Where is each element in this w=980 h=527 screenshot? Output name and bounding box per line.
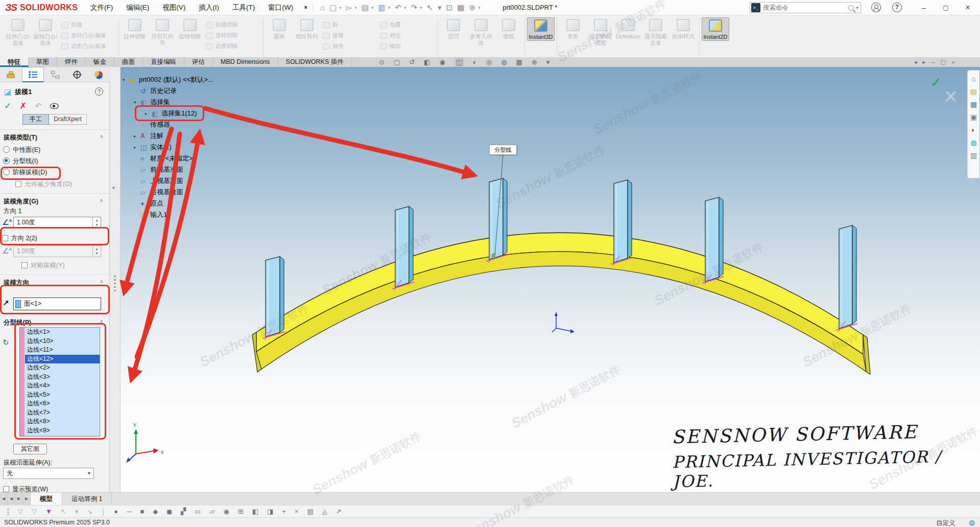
tab-property-manager[interactable] — [22, 67, 44, 82]
ribbon-tool[interactable]: 自由样式 — [670, 17, 697, 40]
model-tab[interactable]: 模型 — [31, 493, 62, 505]
tree-item[interactable]: ▱ 右视基准面 — [123, 187, 213, 198]
appearances-icon[interactable]: ◐ — [971, 126, 975, 134]
angle2-spinner[interactable]: ▴▾ — [92, 246, 101, 257]
section-parting-lines[interactable]: 分型线(P) — [4, 318, 31, 327]
ribbon-tool[interactable]: 圆角 — [266, 17, 293, 40]
menu-item[interactable]: 插入(I) — [193, 1, 225, 14]
task-pane-home-icon[interactable]: ⌂ — [971, 75, 975, 83]
parting-line-item[interactable]: 边线<4> — [25, 381, 100, 391]
ribbon-tool[interactable]: 异型孔向导 — [149, 17, 176, 46]
ribbon-tool[interactable] — [557, 18, 557, 55]
menu-item[interactable]: 文件(F) — [85, 1, 118, 14]
select-icon[interactable]: ↖ — [427, 3, 434, 12]
mate-filter-icon[interactable]: ↗ — [336, 508, 342, 515]
tree-item[interactable]: ▾ ◧ 选择集 — [123, 97, 213, 108]
ribbon-tool[interactable]: 拉伸凸台/基体 — [4, 17, 32, 46]
filter-toggle-icon[interactable]: ▽ — [18, 508, 23, 515]
undo-caret-icon[interactable]: ▾ — [404, 5, 407, 10]
home-icon[interactable]: ⌂ — [320, 3, 325, 12]
parting-line-item[interactable]: 边线<6> — [25, 399, 100, 408]
redo-icon[interactable]: ↷ — [411, 3, 417, 12]
radio-step-draft[interactable] — [3, 169, 10, 175]
parting-line-item[interactable]: 边线<3> — [25, 373, 100, 382]
scroll-left-icon[interactable]: ◂ — [914, 59, 917, 65]
tab-display-manager[interactable] — [88, 67, 110, 82]
confirm-ok-icon[interactable]: ✓ — [930, 75, 942, 90]
help-icon[interactable]: ? — [892, 3, 902, 12]
dynamic-annotation-icon[interactable]: ◉ — [439, 57, 445, 67]
next-tab-icon[interactable]: ▶ — [15, 493, 23, 505]
window-close-button[interactable]: × — [958, 0, 977, 15]
checkbox-show-preview[interactable] — [3, 486, 9, 492]
tree-item[interactable]: ◨ 输入1 — [123, 209, 213, 220]
dimension-filter-icon[interactable]: ◨ — [267, 508, 273, 515]
tree-item[interactable]: ▱ 上视基准面 — [123, 175, 213, 187]
rebuild-icon[interactable]: ⊡ — [446, 3, 453, 12]
tree-item[interactable]: ↺ 历史记录 — [123, 85, 213, 97]
tree-item[interactable]: ▸ ◫ 实体(1) — [123, 142, 213, 153]
file-properties-icon[interactable]: ▦ — [457, 3, 464, 12]
window-minimize-button[interactable]: – — [914, 0, 934, 15]
search-icon[interactable] — [848, 5, 854, 11]
lasso-select-icon[interactable]: ↘ — [87, 508, 92, 515]
ribbon-tool[interactable]: 线性阵列 — [293, 17, 321, 40]
expand-arrow-icon[interactable]: ▾ — [123, 77, 129, 82]
user-account-icon[interactable] — [871, 3, 881, 12]
tree-item[interactable]: ◔ 传感器 — [123, 119, 213, 130]
ribbon-tool[interactable]: 模型断裂视图 — [587, 17, 614, 46]
collapse-panel-icon[interactable]: ◂ — [112, 185, 114, 190]
tree-item[interactable]: ▱ 前视基准面 — [123, 164, 213, 175]
ribbon-tool[interactable] — [437, 18, 438, 55]
first-tab-icon[interactable]: ◀ — [0, 493, 8, 505]
ribbon-tool[interactable]: 参考几何体 — [467, 17, 495, 46]
preview-eye-icon[interactable] — [50, 103, 59, 109]
sketch-filter-icon[interactable]: ▱ — [209, 508, 214, 515]
toolbar-grip[interactable] — [7, 508, 9, 515]
command-tab[interactable]: 草图 — [29, 57, 57, 67]
confirm-cancel-icon[interactable]: × — [944, 84, 958, 108]
last-tab-icon[interactable]: ▶ — [23, 493, 31, 505]
new-file-caret-icon[interactable]: ▾ — [339, 5, 342, 10]
menu-item[interactable]: 视图(V) — [157, 1, 191, 14]
menu-item[interactable]: 编辑(E) — [121, 1, 155, 14]
parting-line-item[interactable]: 边线<1> — [25, 328, 100, 337]
save-icon[interactable]: ▤ — [362, 3, 369, 12]
face-propagation-select[interactable]: 无 — [3, 468, 94, 479]
open-file-caret-icon[interactable]: ▾ — [354, 5, 357, 10]
view-settings-icon[interactable]: ⊕ — [532, 57, 537, 67]
weld-filter-icon[interactable]: × — [295, 508, 299, 515]
draft-direction-field[interactable]: 面<1> — [13, 297, 101, 310]
radio-parting-line[interactable] — [3, 157, 10, 164]
scroll-right-icon[interactable]: ▸ — [923, 59, 926, 65]
apply-scene-icon[interactable]: ▦ — [516, 57, 522, 67]
prev-tab-icon[interactable]: ◀ — [8, 493, 15, 505]
ribbon-tool[interactable]: 变形 — [559, 17, 587, 40]
solid-body-filter-icon[interactable]: ◼ — [166, 508, 172, 515]
ribbon-tool[interactable] — [524, 18, 525, 55]
tree-item[interactable]: ▸ ◧ 选择集1(12) — [123, 108, 213, 119]
search-caret-icon[interactable]: ▾ — [856, 5, 858, 10]
print-caret-icon[interactable]: ▾ — [388, 5, 391, 10]
search-box[interactable]: >_ ▾ — [750, 2, 861, 13]
parting-line-item[interactable]: 边线<7> — [25, 408, 100, 418]
tree-item[interactable]: ▸ A 注解 — [123, 130, 213, 142]
ribbon-tool[interactable]: 显示隐藏实体 — [642, 17, 670, 46]
tree-item[interactable]: + 原点 — [123, 198, 213, 209]
new-file-icon[interactable]: ▢ — [329, 3, 337, 12]
select-caret-icon[interactable]: ▾ — [438, 3, 442, 12]
vertex-filter-icon[interactable]: ● — [114, 508, 118, 515]
section-draft-direction[interactable]: 拔模方向 — [4, 279, 29, 287]
undo-icon[interactable]: ↶ — [35, 101, 42, 111]
command-tab[interactable]: SOLIDWORKS 插件 — [278, 57, 352, 67]
angle1-spinner[interactable]: ▴▾ — [92, 217, 101, 228]
more-caret-icon[interactable]: ▾ — [546, 57, 550, 67]
command-tab[interactable]: 钣金 — [86, 57, 114, 67]
ribbon-tool[interactable] — [118, 18, 119, 55]
ribbon-tool[interactable]: 包覆 相交 镜向 — [378, 17, 435, 52]
file-explorer-icon[interactable]: ▦ — [970, 100, 977, 108]
menu-item[interactable]: 窗口(W) — [262, 1, 299, 14]
select-options-caret-icon[interactable]: ▾ — [75, 508, 79, 515]
ribbon-tool[interactable]: 拉伸切除 — [121, 17, 149, 40]
tab-dimxpert-manager[interactable] — [66, 67, 88, 82]
